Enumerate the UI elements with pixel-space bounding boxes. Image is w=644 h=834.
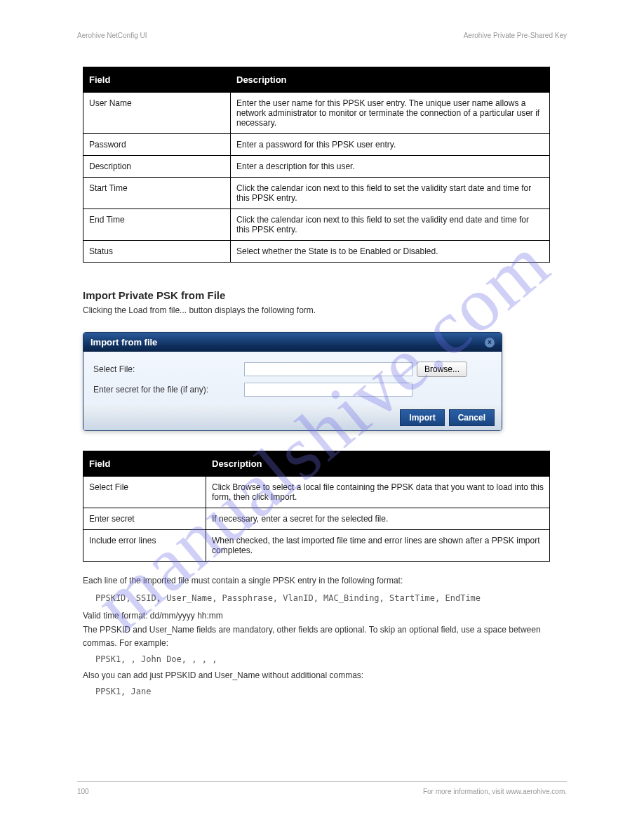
- ppsk-example-2: PPSK1, Jane: [95, 685, 549, 699]
- cell-desc: Enter a password for this PPSK user entr…: [231, 134, 550, 156]
- table-row: Select File Click Browse to select a loc…: [83, 477, 550, 508]
- close-icon[interactable]: ×: [485, 338, 495, 348]
- ppsk-example-1: PPSK1, , John Doe, , , ,: [95, 653, 549, 666]
- cancel-button[interactable]: Cancel: [449, 409, 495, 426]
- import-fields-table: Field Description Select File Click Brow…: [83, 451, 550, 562]
- cell-desc: Select whether the State is to be Enable…: [231, 241, 550, 263]
- cell-field: Include error lines: [83, 530, 206, 562]
- section-title-import: Import Private PSK from File: [83, 289, 567, 301]
- cell-desc: Click the calendar icon next to this fie…: [231, 209, 550, 241]
- dialog-titlebar: Import from file ×: [83, 333, 502, 352]
- ppsk-format-line: PPSKID, SSID, User_Name, Passphrase, Vla…: [95, 592, 549, 605]
- cell-desc: Click Browse to select a local file cont…: [206, 477, 550, 508]
- import-dialog: Import from file × Select File: Browse..…: [83, 332, 502, 431]
- dialog-title-text: Import from file: [90, 337, 157, 348]
- col-header-field: Field: [83, 451, 206, 477]
- cell-field: Status: [83, 241, 231, 263]
- cell-field: Password: [83, 134, 231, 156]
- dialog-body: Select File: Browse... Enter secret for …: [83, 352, 502, 405]
- cell-desc: Enter a description for this user.: [231, 156, 550, 178]
- select-file-input[interactable]: [244, 362, 412, 376]
- cell-field: End Time: [83, 209, 231, 241]
- col-header-description: Description: [206, 451, 550, 477]
- select-file-label: Select File:: [93, 364, 244, 374]
- table-row: Password Enter a password for this PPSK …: [83, 134, 550, 156]
- select-file-row: Select File: Browse...: [93, 359, 492, 380]
- table-header-row: Field Description: [83, 451, 550, 477]
- cell-desc: Enter the user name for this PPSK user e…: [231, 93, 550, 134]
- table-row: Start Time Click the calendar icon next …: [83, 178, 550, 209]
- cell-desc: Click the calendar icon next to this fie…: [231, 178, 550, 209]
- cell-field: Start Time: [83, 178, 231, 209]
- ppsk-format-block: Each line of the imported file must cont…: [83, 574, 549, 699]
- ppsk-fields-table: Field Description User Name Enter the us…: [83, 67, 550, 263]
- table-row: Status Select whether the State is to be…: [83, 241, 550, 263]
- secret-row: Enter secret for the file (if any):: [93, 380, 492, 399]
- secret-input[interactable]: [244, 383, 412, 397]
- cell-field: User Name: [83, 93, 231, 134]
- page-footer: 100 For more information, visit www.aero…: [77, 781, 567, 795]
- table-row: Description Enter a description for this…: [83, 156, 550, 178]
- table-row: End Time Click the calendar icon next to…: [83, 209, 550, 241]
- table-row: Enter secret If necessary, enter a secre…: [83, 508, 550, 530]
- browse-button[interactable]: Browse...: [417, 362, 467, 377]
- secret-label: Enter secret for the file (if any):: [93, 385, 244, 395]
- cell-field: Description: [83, 156, 231, 178]
- section-subtitle-import: Clicking the Load from file... button di…: [83, 305, 567, 315]
- col-header-description: Description: [231, 67, 550, 93]
- cell-desc: When checked, the last imported file tim…: [206, 530, 550, 562]
- import-button[interactable]: Import: [400, 409, 444, 426]
- table-row: User Name Enter the user name for this P…: [83, 93, 550, 134]
- ppsk-valid-time: Valid time format: dd/mm/yyyy hh:mm: [83, 609, 549, 623]
- table-row: Include error lines When checked, the la…: [83, 530, 550, 562]
- ppsk-second-example-intro: Also you can add just PPSKID and User_Na…: [83, 669, 549, 682]
- footer-note: For more information, visit www.aerohive…: [423, 788, 567, 795]
- cell-field: Enter secret: [83, 508, 206, 530]
- ppsk-format-intro: Each line of the imported file must cont…: [83, 574, 549, 588]
- table-header-row: Field Description: [83, 67, 550, 93]
- page-number: 100: [77, 788, 89, 795]
- ppsk-optional-note: The PPSKID and User_Name fields are mand…: [83, 623, 549, 650]
- cell-desc: If necessary, enter a secret for the sel…: [206, 508, 550, 530]
- dialog-footer: Import Cancel: [83, 405, 502, 430]
- col-header-field: Field: [83, 67, 231, 93]
- cell-field: Select File: [83, 477, 206, 508]
